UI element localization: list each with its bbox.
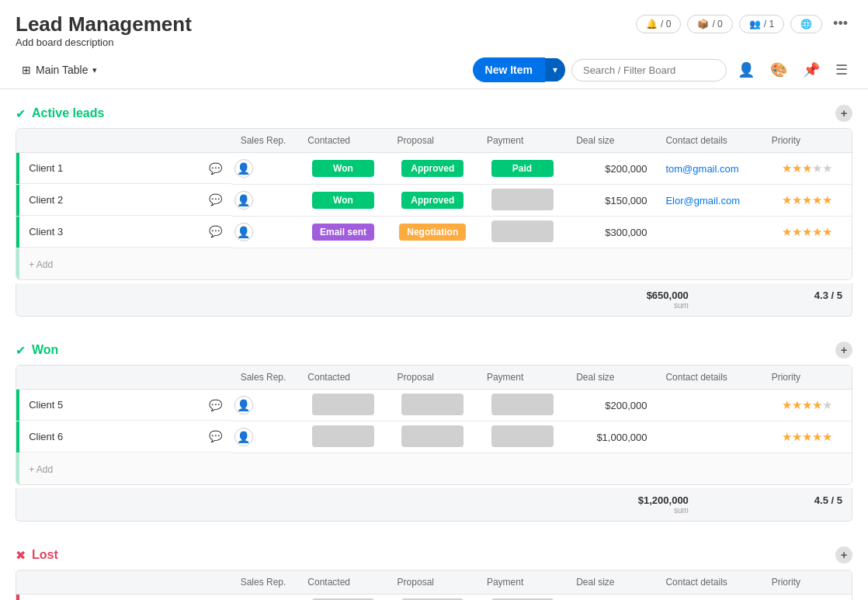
cell-payment[interactable]: [477, 421, 567, 453]
badge-paid[interactable]: Paid: [491, 160, 554, 177]
cell-contacted[interactable]: [298, 421, 387, 453]
cell-name: Client 1 💬: [19, 153, 231, 184]
table-row: Client 5 💬 👤 $200,000 ★★★★★: [16, 390, 852, 421]
page-subtitle[interactable]: Add board description: [16, 36, 192, 48]
row-name: Client 5: [29, 399, 202, 411]
cell-priority: ★★★★★: [762, 595, 852, 601]
group-chevron-lost[interactable]: ✖: [16, 548, 26, 563]
cell-deal: [567, 595, 656, 601]
add-link[interactable]: + Add: [19, 458, 62, 481]
cell-contacted[interactable]: [298, 595, 387, 601]
cell-name: Client 5 💬: [19, 390, 231, 421]
cell-payment[interactable]: [477, 390, 567, 421]
cell-sales-rep: 👤: [231, 153, 299, 185]
people-btn[interactable]: 👥 / 1: [739, 15, 784, 33]
group-title-won[interactable]: Won: [32, 343, 58, 357]
star-filled: ★: [802, 398, 812, 411]
cell-contact[interactable]: Elor@gmail.com: [656, 185, 762, 217]
comment-icon[interactable]: 💬: [209, 430, 222, 442]
group-chevron-won[interactable]: ✔: [16, 343, 26, 358]
th-contact-lost: Contact details: [656, 571, 762, 595]
badge-email-sent[interactable]: Email sent: [312, 224, 374, 241]
cell-priority: ★★★★★: [762, 217, 852, 248]
cell-proposal[interactable]: Negotiation: [388, 217, 477, 248]
toolbar: ⊞ Main Table ▾ New Item ▾ 👤 🎨 📌 ☰: [0, 51, 868, 89]
badge-won[interactable]: Won: [312, 192, 374, 209]
star-filled: ★: [802, 225, 812, 238]
star-filled: ★: [792, 225, 802, 238]
cell-priority: ★★★★★: [762, 390, 852, 421]
comment-icon[interactable]: 💬: [209, 399, 222, 411]
badge-approved[interactable]: Approved: [401, 160, 464, 177]
cell-payment[interactable]: [477, 595, 567, 601]
badge-negotiation[interactable]: Negotiation: [399, 224, 466, 241]
badge-approved[interactable]: Approved: [401, 192, 464, 209]
cell-payment[interactable]: [477, 217, 567, 248]
cell-priority: ★★★★★: [762, 421, 852, 453]
add-link[interactable]: + Add: [19, 253, 62, 276]
cell-proposal[interactable]: Approved: [388, 185, 477, 217]
cell-contacted[interactable]: Won: [298, 185, 387, 217]
badge-empty: [491, 425, 554, 447]
add-cell: + Add: [19, 453, 852, 485]
cell-payment[interactable]: [477, 185, 567, 217]
th-proposal-active: Proposal: [388, 129, 477, 153]
main-table-btn[interactable]: ⊞ Main Table ▾: [16, 59, 103, 81]
more-btn[interactable]: •••: [828, 12, 852, 35]
cell-proposal[interactable]: [388, 390, 477, 421]
cell-sales-rep: 👤: [231, 185, 299, 217]
group-header-lost: ✖ Lost +: [16, 546, 852, 564]
people-count: / 1: [764, 19, 774, 29]
star-filled: ★: [802, 161, 812, 175]
globe-btn[interactable]: 🌐: [790, 15, 822, 33]
filter-icon-btn[interactable]: ☰: [831, 58, 852, 82]
comment-icon[interactable]: 💬: [209, 193, 222, 206]
cell-deal: $300,000: [567, 217, 656, 248]
th-name-won: [19, 366, 231, 390]
cell-contacted[interactable]: Email sent: [298, 217, 387, 248]
comment-icon[interactable]: 💬: [209, 162, 222, 175]
cell-contacted[interactable]: [298, 390, 387, 421]
th-contacted-active: Contacted: [298, 129, 387, 153]
cell-proposal[interactable]: Approved: [388, 153, 477, 185]
star-filled: ★: [792, 193, 802, 206]
star-filled: ★: [782, 430, 792, 443]
cell-deal: $200,000: [567, 153, 656, 185]
star-filled: ★: [782, 193, 792, 206]
cell-contact: [656, 421, 762, 453]
new-item-button[interactable]: New Item: [473, 57, 545, 82]
new-item-caret[interactable]: ▾: [545, 58, 565, 82]
group-add-btn-active[interactable]: +: [835, 105, 852, 122]
sum-priority-active: 4.3 / 5: [814, 290, 842, 310]
user-icon-btn[interactable]: 👤: [733, 58, 759, 82]
comment-icon[interactable]: 💬: [209, 225, 222, 238]
activity-icon: 🔔: [646, 19, 658, 29]
group-add-btn-won[interactable]: +: [835, 342, 852, 359]
page-title: Lead Management: [16, 12, 192, 36]
activity-btn[interactable]: 🔔 / 0: [636, 15, 681, 33]
group-lost: ✖ Lost + Sales Rep. Contacted Proposal P…: [16, 546, 852, 600]
star-filled: ★: [822, 225, 832, 238]
th-contacted-won: Contacted: [298, 366, 387, 390]
palette-icon-btn[interactable]: 🎨: [766, 58, 792, 82]
group-title-active[interactable]: Active leads: [32, 106, 104, 120]
cell-payment[interactable]: Paid: [477, 153, 567, 185]
pin-icon-btn[interactable]: 📌: [798, 58, 825, 82]
cell-contacted[interactable]: Won: [298, 153, 387, 185]
star-filled: ★: [812, 430, 822, 443]
group-add-btn-lost[interactable]: +: [835, 546, 852, 564]
cell-contact[interactable]: tom@gmail.com: [656, 153, 762, 185]
cell-proposal[interactable]: [388, 421, 477, 453]
inbox-icon: 📦: [697, 19, 709, 29]
table-icon: ⊞: [22, 64, 31, 76]
group-chevron-active[interactable]: ✔: [16, 106, 26, 121]
th-contact-won: Contact details: [656, 366, 762, 390]
group-title-lost[interactable]: Lost: [32, 548, 58, 562]
star-filled: ★: [812, 398, 822, 411]
badge-won[interactable]: Won: [312, 160, 374, 177]
search-input[interactable]: [571, 59, 727, 82]
inbox-btn[interactable]: 📦 / 0: [687, 15, 732, 33]
add-row: + Add: [16, 453, 852, 485]
table-row: Client 7 💬 👤 ★★★★★: [16, 595, 852, 601]
cell-proposal[interactable]: [388, 595, 477, 601]
